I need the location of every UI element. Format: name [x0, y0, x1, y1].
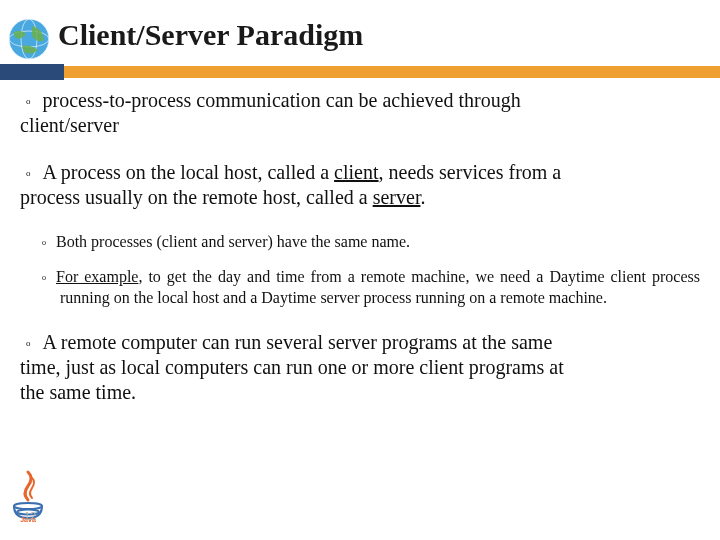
stripe-blue — [0, 64, 64, 80]
page-title: Client/Server Paradigm — [58, 18, 363, 52]
header-stripe — [0, 64, 720, 80]
content: oprocess-to-process communication can be… — [20, 88, 700, 427]
bullet-1: oprocess-to-process communication can be… — [20, 88, 700, 138]
text: A remote computer can run several server… — [43, 331, 553, 353]
bullet-3: oA remote computer can run several serve… — [20, 330, 700, 405]
page-number: 12 — [24, 510, 36, 522]
text: A process on the local host, called a — [43, 161, 335, 183]
text: Both processes (client and server) have … — [56, 233, 410, 250]
underline-server: server — [373, 186, 421, 208]
bullet-marker: o — [42, 238, 46, 247]
text: , to get the day and time from a remote … — [60, 268, 700, 306]
bullet-marker: o — [42, 273, 46, 282]
bullet-marker: o — [26, 168, 31, 178]
sub-bullet-1: oBoth processes (client and server) have… — [20, 232, 700, 253]
sub-bullet-2: oFor example, to get the day and time fr… — [20, 267, 700, 309]
text: . — [420, 186, 425, 208]
text: client/server — [20, 114, 119, 136]
underline-example: For example — [56, 268, 138, 285]
text: process-to-process communication can be … — [43, 89, 521, 111]
text: process usually on the remote host, call… — [20, 186, 373, 208]
underline-client: client — [334, 161, 378, 183]
bullet-marker: o — [26, 338, 31, 348]
stripe-orange — [64, 66, 720, 78]
text: time, just as local computers can run on… — [20, 356, 564, 378]
text: , needs services from a — [379, 161, 562, 183]
svg-point-4 — [14, 503, 42, 509]
bullet-marker: o — [26, 96, 31, 106]
bullet-2: oA process on the local host, called a c… — [20, 160, 700, 210]
text: the same time. — [20, 381, 136, 403]
slide: Client/Server Paradigm oprocess-to-proce… — [0, 0, 720, 540]
header: Client/Server Paradigm — [0, 0, 720, 68]
globe-icon — [8, 18, 50, 60]
